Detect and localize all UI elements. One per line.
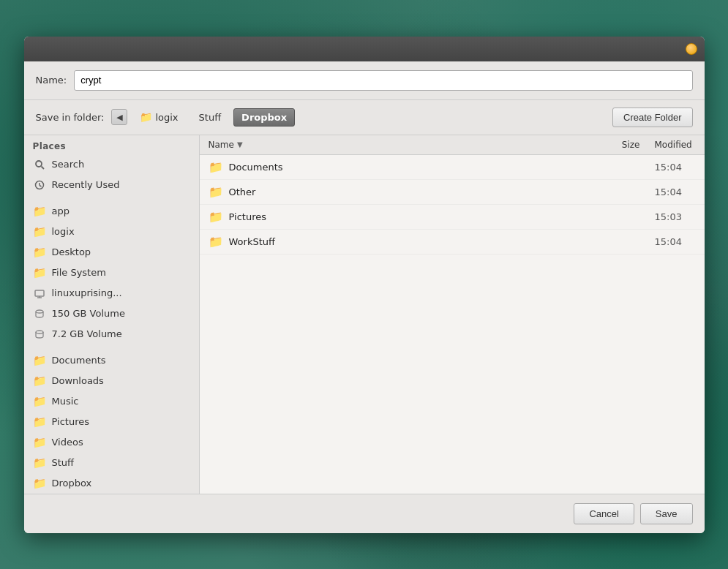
folder-orange-icon: 📁	[33, 205, 46, 218]
titlebar	[24, 37, 705, 61]
svg-point-0	[36, 161, 42, 167]
breadcrumb-row: Save in folder: ◀ 📁 logix Stuff Dropbox …	[24, 100, 705, 135]
back-button[interactable]: ◀	[111, 109, 127, 125]
table-row[interactable]: 📁 Documents 15:04	[200, 155, 705, 180]
network-icon	[33, 287, 46, 300]
folder-orange-icon: 📁	[33, 225, 46, 238]
search-icon	[33, 158, 46, 171]
file-name-text: WorkStuff	[229, 236, 275, 247]
sidebar-recently-used-label: Recently Used	[52, 179, 120, 190]
sidebar-videos-label: Videos	[52, 437, 83, 448]
sidebar-item-linuxuprising[interactable]: linuxuprising...	[24, 283, 199, 304]
svg-point-9	[36, 331, 43, 334]
sidebar-linuxuprising-label: linuxuprising...	[52, 287, 122, 298]
sidebar-item-150gb[interactable]: 150 GB Volume	[24, 304, 199, 324]
sidebar-item-recently-used[interactable]: Recently Used	[24, 175, 199, 195]
folder-orange-icon: 📁	[33, 477, 46, 490]
sidebar-item-documents[interactable]: 📁 Documents	[24, 350, 199, 371]
sidebar-item-stuff[interactable]: 📁 Stuff	[24, 453, 199, 473]
column-size[interactable]: Size	[602, 135, 646, 154]
file-list-header: Name ▼ Size Modified	[200, 135, 705, 155]
folder-orange-icon: 📁	[33, 395, 46, 408]
file-name-text: Pictures	[229, 211, 266, 222]
sidebar-72gb-label: 7.2 GB Volume	[52, 328, 122, 339]
file-cell-size	[602, 188, 646, 195]
folder-orange-icon: 📁	[33, 354, 46, 367]
cancel-button[interactable]: Cancel	[574, 503, 634, 524]
sidebar-item-app[interactable]: 📁 app	[24, 201, 199, 222]
file-cell-name: 📁 Documents	[200, 157, 602, 178]
dialog-footer: Cancel Save	[24, 494, 705, 533]
file-name-text: Other	[229, 186, 256, 197]
clock-icon	[33, 178, 46, 192]
sidebar-item-downloads[interactable]: 📁 Downloads	[24, 371, 199, 391]
sidebar-app-label: app	[52, 206, 70, 216]
sidebar-item-desktop[interactable]: 📁 Desktop	[24, 242, 199, 263]
folder-icon: 📁	[140, 111, 152, 123]
breadcrumb-logix-label: logix	[155, 112, 178, 123]
disk-icon	[33, 328, 46, 341]
folder-orange-icon: 📁	[33, 374, 46, 388]
folder-gray-icon: 📁	[33, 266, 46, 279]
file-cell-name: 📁 Other	[200, 181, 602, 203]
sidebar-logix-label: logix	[52, 226, 75, 237]
svg-line-1	[41, 166, 44, 169]
breadcrumb-stuff-label: Stuff	[199, 112, 222, 123]
column-modified[interactable]: Modified	[646, 135, 705, 154]
column-size-label: Size	[622, 140, 640, 150]
close-button[interactable]	[686, 43, 697, 55]
table-row[interactable]: 📁 Pictures 15:03	[200, 205, 705, 230]
sidebar-item-logix[interactable]: 📁 logix	[24, 222, 199, 242]
sidebar-item-72gb[interactable]: 7.2 GB Volume	[24, 324, 199, 344]
sidebar-downloads-label: Downloads	[52, 375, 104, 386]
file-cell-size	[602, 163, 646, 170]
disk-icon	[33, 307, 46, 320]
file-cell-modified: 15:03	[646, 208, 705, 226]
sidebar-item-dropbox[interactable]: 📁 Dropbox	[24, 473, 199, 494]
column-name[interactable]: Name ▼	[200, 135, 602, 154]
column-modified-label: Modified	[655, 140, 692, 150]
sidebar-item-search[interactable]: Search	[24, 154, 199, 175]
file-name-text: Documents	[229, 162, 283, 173]
file-cell-modified: 15:04	[646, 183, 705, 201]
create-folder-button[interactable]: Create Folder	[612, 108, 692, 127]
folder-orange-icon: 📁	[209, 235, 223, 249]
folder-orange-icon: 📁	[209, 210, 223, 224]
breadcrumb-dropbox[interactable]: Dropbox	[233, 108, 295, 127]
folder-orange-icon: 📁	[33, 415, 46, 429]
table-row[interactable]: 📁 WorkStuff 15:04	[200, 230, 705, 255]
sort-arrow-icon: ▼	[237, 140, 243, 148]
sidebar-stuff-label: Stuff	[52, 457, 75, 468]
sidebar-pictures-label: Pictures	[52, 416, 89, 427]
save-button[interactable]: Save	[640, 503, 693, 524]
svg-line-4	[40, 185, 42, 186]
svg-rect-5	[35, 290, 44, 296]
filename-input[interactable]	[74, 70, 692, 91]
sidebar-item-music[interactable]: 📁 Music	[24, 391, 199, 412]
sidebar-item-file-system[interactable]: 📁 File System	[24, 263, 199, 283]
breadcrumb-logix[interactable]: 📁 logix	[132, 108, 186, 127]
file-cell-modified: 15:04	[646, 233, 705, 251]
name-row: Name:	[24, 61, 705, 100]
file-cell-modified: 15:04	[646, 158, 705, 176]
sidebar-dropbox-label: Dropbox	[52, 478, 92, 489]
folder-orange-icon: 📁	[209, 185, 223, 199]
sidebar-music-label: Music	[52, 396, 79, 407]
sidebar-item-videos[interactable]: 📁 Videos	[24, 432, 199, 453]
sidebar-item-pictures[interactable]: 📁 Pictures	[24, 412, 199, 432]
svg-point-8	[36, 310, 43, 313]
sidebar-search-label: Search	[52, 159, 85, 170]
breadcrumb-stuff[interactable]: Stuff	[191, 108, 230, 127]
file-cell-name: 📁 Pictures	[200, 206, 602, 227]
file-list-area: Name ▼ Size Modified 📁 Documents 15:04	[200, 135, 705, 494]
file-rows-container: 📁 Documents 15:04 📁 Other 15:04 📁 Pictur…	[200, 155, 705, 255]
table-row[interactable]: 📁 Other 15:04	[200, 180, 705, 205]
name-label: Name:	[36, 75, 67, 86]
save-in-label: Save in folder:	[36, 112, 105, 123]
folder-orange-icon: 📁	[33, 436, 46, 449]
file-save-dialog: Name: Save in folder: ◀ 📁 logix Stuff Dr…	[24, 37, 705, 533]
folder-orange-icon: 📁	[209, 160, 223, 174]
folder-orange-icon: 📁	[33, 456, 46, 470]
column-name-label: Name	[209, 140, 234, 150]
file-cell-size	[602, 238, 646, 245]
